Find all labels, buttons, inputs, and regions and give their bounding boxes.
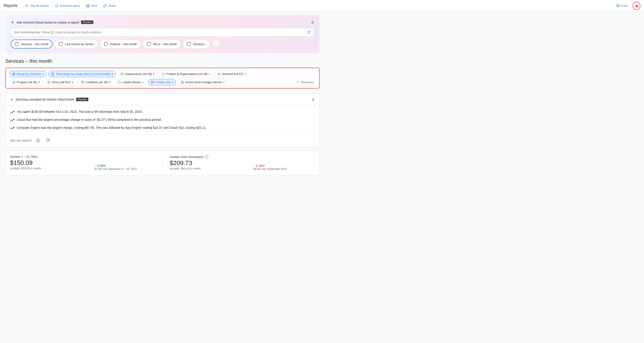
- chip-projects[interactable]: Projects – this month: [100, 39, 141, 48]
- learn-icon: [616, 4, 620, 7]
- app-title: Reports: [4, 3, 18, 8]
- labels-filter[interactable]: Labels (None) ▾: [115, 79, 146, 85]
- svg-rect-10: [13, 73, 15, 75]
- trend-icon-2: [10, 118, 14, 122]
- folders-filter[interactable]: Folders & Organizations (All 28) ▾: [159, 71, 213, 77]
- svg-rect-26: [48, 81, 50, 83]
- forecast-change: ↑ 3.16%: [254, 164, 315, 167]
- svg-rect-14: [52, 73, 54, 75]
- thumbs-up-icon: [36, 139, 40, 142]
- calendar-icon: [51, 72, 54, 76]
- skus-chevron: ▾: [72, 81, 74, 84]
- chip-last-invoice[interactable]: Last invoice by service: [55, 39, 98, 48]
- current-sub: includes -$30.03 in credits: [10, 167, 87, 170]
- skus-label: SKUs (All 411): [52, 80, 71, 84]
- learn-link[interactable]: Learn: [614, 3, 631, 9]
- gemini-search-input[interactable]: [14, 30, 306, 34]
- time-range-filter[interactable]: Time range by usage date (Current month)…: [48, 71, 116, 77]
- skus-icon: [48, 81, 50, 84]
- group-by-chevron: ▾: [42, 72, 44, 76]
- chips-next-button[interactable]: ›: [212, 39, 220, 47]
- location-icon: [81, 81, 84, 84]
- label-icon: [118, 81, 121, 84]
- svg-point-4: [25, 5, 26, 6]
- chip-skus-label: SKUs – this month: [153, 42, 177, 46]
- invoice-charges-chevron: ▾: [223, 81, 224, 84]
- group-by-label: Group by (Service): [17, 72, 41, 76]
- generate-query-link[interactable]: Generate query: [53, 3, 82, 9]
- main-content: Ask Gemini Cloud Assist to create a repo…: [0, 11, 325, 179]
- invoice-charges-filter[interactable]: Invoice level charges (None) ▾: [178, 79, 228, 85]
- svg-line-7: [58, 6, 58, 7]
- share-icon: [103, 4, 107, 7]
- locations-label: Locations (All 18): [86, 80, 108, 84]
- forecast-help-icon[interactable]: ?: [205, 155, 208, 159]
- google-color-icon-2: [58, 42, 63, 46]
- folder-icon: [162, 72, 165, 76]
- credits-filter[interactable]: Credits (All) ▾: [148, 79, 176, 85]
- summary-text-3: Compute Engine was the largest charge, c…: [17, 125, 206, 130]
- projects-icon: [12, 81, 15, 84]
- gemini-header: Ask Gemini Cloud Assist to create a repo…: [11, 19, 314, 25]
- subaccounts-filter[interactable]: Subaccounts (All 28) ▾: [118, 71, 157, 77]
- filter-row-2: Projects (All 55) ▾ SKUs (All 411) ▾ Loc…: [9, 79, 316, 85]
- summary-body: You spent $150.09 between Oct 1-23, 2024…: [6, 106, 319, 134]
- list-icon: [25, 4, 29, 7]
- show-less-label: Show less: [301, 80, 314, 84]
- invoice-charges-label: Invoice level charges (None): [185, 80, 222, 84]
- show-less-button[interactable]: Show less: [294, 79, 316, 85]
- services-label: Services (All 47): [222, 72, 243, 76]
- sparkle-icon: [11, 20, 15, 24]
- services-filter[interactable]: Services (All 47) ▾: [215, 71, 249, 77]
- summary-preview-badge: Preview: [76, 98, 88, 101]
- current-amount: $150.09: [10, 159, 87, 166]
- chip-services2[interactable]: Services –: [183, 39, 210, 48]
- stats-row: October 1 – 23, 2024 $150.09 includes -$…: [5, 150, 320, 175]
- chip-invoice-label: Last invoice by service: [65, 42, 94, 46]
- time-range-label: Time range by usage date (Current month): [56, 72, 110, 76]
- summary-title-text: Summary provided by Gemini Cloud Assist: [15, 98, 74, 101]
- learn-label: Learn: [621, 4, 628, 7]
- summary-title: Summary provided by Gemini Cloud Assist …: [10, 98, 88, 101]
- share-link[interactable]: Share: [101, 3, 118, 9]
- locations-filter[interactable]: Locations (All 18) ▾: [78, 79, 113, 85]
- group-by-filter[interactable]: Group by (Service) ▾: [9, 71, 46, 77]
- chip-skus[interactable]: SKUs – this month: [143, 39, 181, 48]
- summary-collapse-button[interactable]: ∧: [312, 97, 315, 102]
- svg-line-35: [297, 82, 298, 83]
- svg-point-3: [25, 5, 26, 5]
- sparkle-icon-summary: [10, 98, 14, 101]
- svg-point-29: [82, 82, 83, 82]
- print-label: Print: [91, 4, 97, 7]
- see-all-reports-link[interactable]: See all reports: [23, 3, 51, 9]
- svg-rect-31: [151, 81, 154, 83]
- chip-services-label: Services – this month: [21, 42, 48, 46]
- subaccounts-label: Subaccounts (All 28): [125, 72, 152, 76]
- print-icon: [86, 4, 90, 7]
- thumbs-down-button[interactable]: [44, 137, 52, 144]
- summary-item-1: You spent $150.09 between Oct 1-23, 2024…: [10, 109, 315, 114]
- panel-toggle-icon: ◀: [635, 3, 638, 8]
- person-icon: [218, 72, 221, 76]
- chip-services-this-month[interactable]: Services – this month: [11, 39, 52, 48]
- current-change-block: ↓ -4.98% -$7.86 over September 8 – 30, 2…: [94, 155, 155, 171]
- labels-label: Labels (None): [122, 80, 141, 84]
- projects-label: Projects (All 55): [17, 80, 37, 84]
- gemini-collapse-button[interactable]: ∧: [311, 19, 314, 25]
- forecast-change-block: ↑ 3.16% $6.44 over September 2024: [254, 155, 315, 171]
- thumbs-up-button[interactable]: [35, 137, 42, 144]
- print-link[interactable]: Print: [84, 3, 99, 9]
- helpful-row: Was this helpful?: [6, 134, 319, 147]
- skus-filter[interactable]: SKUs (All 411) ▾: [44, 79, 76, 85]
- forecast-period-text: October 2024 (forecasted): [170, 155, 204, 159]
- credits-label: Credits (All): [155, 80, 170, 84]
- generate-query-label: Generate query: [60, 4, 80, 7]
- top-navigation: Reports See all reports Generate query P…: [0, 0, 644, 11]
- svg-point-19: [218, 73, 220, 74]
- locations-chevron: ▾: [109, 81, 110, 84]
- projects-chevron: ▾: [38, 81, 40, 84]
- credits-chevron: ▾: [172, 81, 173, 84]
- subaccounts-chevron: ▾: [153, 72, 154, 76]
- panel-toggle-button[interactable]: ◀: [632, 2, 640, 10]
- projects-filter[interactable]: Projects (All 55) ▾: [9, 79, 43, 85]
